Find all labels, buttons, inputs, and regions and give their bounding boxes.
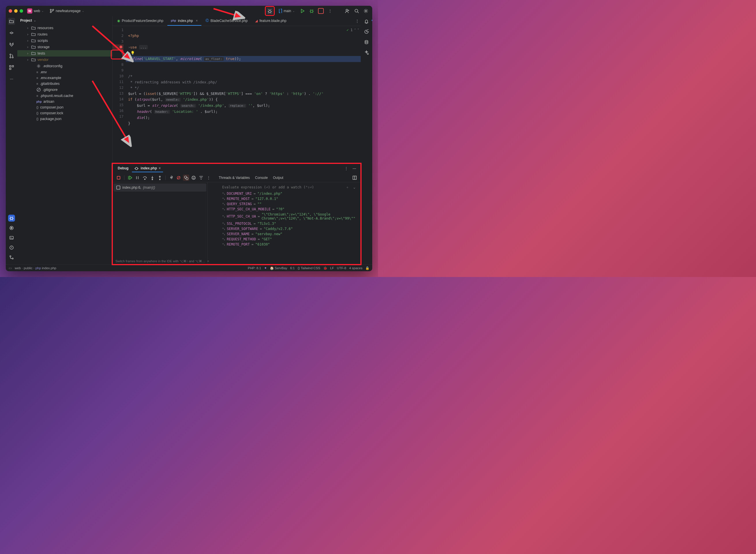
editor-tab[interactable]: ◢feature.blade.php bbox=[252, 16, 290, 26]
stop-debug-button[interactable] bbox=[115, 175, 122, 181]
run-config-selector[interactable]: ⎣⎤ main ⌄ bbox=[277, 8, 296, 14]
readonly-lock-icon[interactable]: 🔒 bbox=[365, 266, 369, 270]
step-over-button[interactable] bbox=[142, 175, 148, 181]
tree-item-composerjson[interactable]: {}composer.json bbox=[17, 104, 112, 110]
tree-item-packagejson[interactable]: {}package.json bbox=[17, 116, 112, 122]
project-selector[interactable]: W web ⌄ bbox=[25, 7, 46, 15]
more-run-actions[interactable]: ⋮ bbox=[327, 7, 334, 14]
indent[interactable]: 4 spaces bbox=[349, 266, 363, 270]
debug-panel-minimize[interactable]: — bbox=[351, 165, 358, 172]
structure-tool-button[interactable] bbox=[8, 64, 15, 71]
tree-item-gitattributes[interactable]: ≡.gitattributes bbox=[17, 81, 112, 87]
caret-position[interactable]: 6:1 bbox=[290, 266, 295, 270]
mute-breakpoints-button[interactable] bbox=[175, 175, 182, 181]
variable-row[interactable]: ⁰₁REMOTE_PORT = "61030" bbox=[222, 242, 358, 247]
tree-item-routes[interactable]: ›routes bbox=[17, 31, 112, 38]
vcs-tool-button[interactable] bbox=[8, 254, 15, 261]
database-button[interactable] bbox=[363, 39, 370, 46]
layout-button[interactable] bbox=[352, 175, 358, 181]
variable-row[interactable]: ⁰₁QUERY_STRING = "" bbox=[222, 202, 358, 207]
tree-item-composerlock[interactable]: {}composer.lock bbox=[17, 110, 112, 116]
tree-item-vendor[interactable]: ›vendor bbox=[17, 57, 112, 63]
commit-tool-button[interactable] bbox=[8, 30, 15, 36]
variable-row[interactable]: ⁰₁HTTP_SEC_CH_UA = "\"Chromium\";v=\"124… bbox=[222, 212, 358, 221]
search-everywhere-button[interactable] bbox=[353, 7, 360, 14]
server-name[interactable]: 🏠 ServBay bbox=[270, 266, 287, 270]
project-tool-button[interactable] bbox=[8, 18, 15, 25]
tree-item-artisan[interactable]: phpartisan bbox=[17, 99, 112, 104]
step-out-button[interactable] bbox=[157, 175, 163, 181]
step-into-button[interactable] bbox=[149, 175, 156, 181]
editor-code[interactable]: <?php ›use ... 💡 define('LARAVEL_START',… bbox=[126, 26, 361, 163]
line-ending[interactable]: LF bbox=[330, 266, 334, 270]
stack-frame[interactable]: index.php:6, {main}() bbox=[114, 183, 206, 191]
editor-tab[interactable]: phpindex.php× bbox=[167, 16, 201, 26]
ai-assistant-button[interactable] bbox=[363, 28, 370, 35]
encoding[interactable]: UTF-8 bbox=[337, 266, 346, 270]
more-tools-button[interactable]: ⋯ bbox=[8, 75, 15, 82]
branch-selector[interactable]: newfeaturepage ⌄ bbox=[48, 7, 86, 14]
settings-button[interactable] bbox=[363, 7, 369, 14]
project-tree[interactable]: ›resources›routes›scripts›storage›tests›… bbox=[17, 25, 112, 264]
editor-tab[interactable]: ◉ProductFeatureSeeder.php bbox=[114, 16, 167, 26]
debug-inner-tab[interactable]: Threads & Variables bbox=[219, 176, 250, 180]
tree-item-phpunitresultcache[interactable]: ≡.phpunit.result.cache bbox=[17, 93, 112, 99]
watch-input[interactable]: Evaluate expression (⏎) or add a watch (… bbox=[222, 183, 344, 191]
debug-session-tab[interactable]: index.php × bbox=[132, 165, 163, 172]
php-version[interactable]: PHP: 8.1 bbox=[248, 266, 261, 270]
pause-button[interactable] bbox=[134, 175, 141, 181]
problems-tool-button[interactable] bbox=[8, 244, 15, 251]
close-tip-icon[interactable]: × bbox=[207, 260, 209, 263]
tree-item-storage[interactable]: ›storage bbox=[17, 44, 112, 50]
tree-item-envexample[interactable]: ≡.env.example bbox=[17, 75, 112, 81]
close-window-icon[interactable] bbox=[9, 9, 12, 13]
debug-inner-tab[interactable]: Output bbox=[273, 176, 283, 180]
frames-list[interactable]: index.php:6, {main}() bbox=[113, 182, 208, 264]
editor-gutter[interactable]: 12367891011121314151617 bbox=[113, 26, 126, 163]
debug-button[interactable] bbox=[308, 7, 315, 14]
project-panel-header[interactable]: Project ⌄ bbox=[17, 16, 112, 25]
debug-tool-button[interactable] bbox=[8, 215, 15, 222]
watch-chevron[interactable]: ⌄ bbox=[351, 184, 358, 191]
debug-listen-button[interactable] bbox=[266, 7, 273, 14]
breadcrumb[interactable]: web › public › php index.php bbox=[15, 266, 56, 270]
tree-item-gitignore[interactable]: .gitignore bbox=[17, 87, 112, 93]
filter-button[interactable] bbox=[198, 175, 204, 181]
tree-item-tests[interactable]: ›tests bbox=[17, 50, 112, 57]
variable-row[interactable]: ⁰₁HTTP_SEC_CH_UA_MOBILE = "?0" bbox=[222, 207, 358, 212]
maximize-window-icon[interactable] bbox=[20, 9, 23, 13]
resume-button[interactable] bbox=[127, 175, 133, 181]
editor-tabs-more[interactable]: ⋮ bbox=[354, 17, 361, 24]
variable-row[interactable]: ⁰₁DOCUMENT_URI = "/index.php" bbox=[222, 191, 358, 196]
breakpoint-icon[interactable] bbox=[119, 46, 122, 49]
variable-row[interactable]: ⁰₁REMOTE_HOST = "127.0.0.1" bbox=[222, 196, 358, 202]
gitlab-tool-button[interactable] bbox=[8, 41, 15, 48]
tree-item-resources[interactable]: ›resources bbox=[17, 25, 112, 31]
debug-panel-title-tab[interactable]: Debug bbox=[115, 165, 131, 172]
run-button[interactable] bbox=[299, 7, 306, 14]
variable-row[interactable]: ⁰₁SSL_PROTOCOL = "TLSv1.3" bbox=[222, 221, 358, 226]
toolbar-more[interactable]: ⋮ bbox=[206, 175, 212, 181]
add-watch-button[interactable]: ＋ bbox=[344, 184, 351, 191]
pull-requests-button[interactable] bbox=[8, 53, 15, 59]
close-icon[interactable]: × bbox=[159, 166, 161, 170]
xdebug-icon[interactable]: 🐞 bbox=[323, 266, 327, 270]
tree-item-editorconfig[interactable]: .editorconfig bbox=[17, 63, 112, 69]
variables-view[interactable]: Evaluate expression (⏎) or add a watch (… bbox=[208, 182, 361, 264]
run-tool-button[interactable] bbox=[8, 224, 15, 231]
terminal-tool-button[interactable] bbox=[8, 234, 15, 241]
editor-tab[interactable]: ⒸBladeCacheService.php bbox=[202, 16, 251, 26]
debug-inner-tab[interactable]: Console bbox=[255, 176, 268, 180]
minimize-window-icon[interactable] bbox=[14, 9, 17, 13]
editor-inspections[interactable]: ✓ 1 ˄ ˅ bbox=[346, 27, 359, 33]
smiley-button[interactable] bbox=[191, 175, 197, 181]
variable-row[interactable]: ⁰₁SERVER_NAME = "servbay.new" bbox=[222, 231, 358, 237]
close-icon[interactable]: × bbox=[196, 19, 198, 23]
view-breakpoints-button[interactable] bbox=[183, 175, 189, 181]
ai-chat-button[interactable] bbox=[363, 49, 370, 56]
notifications-button[interactable] bbox=[363, 18, 370, 25]
variable-row[interactable]: ⁰₁SERVER_SOFTWARE = "Caddy/v2.7.6" bbox=[222, 226, 358, 231]
debug-panel-options[interactable]: ⋮ bbox=[343, 165, 350, 172]
tree-item-scripts[interactable]: ›scripts bbox=[17, 38, 112, 44]
evaluate-button[interactable] bbox=[168, 175, 174, 181]
